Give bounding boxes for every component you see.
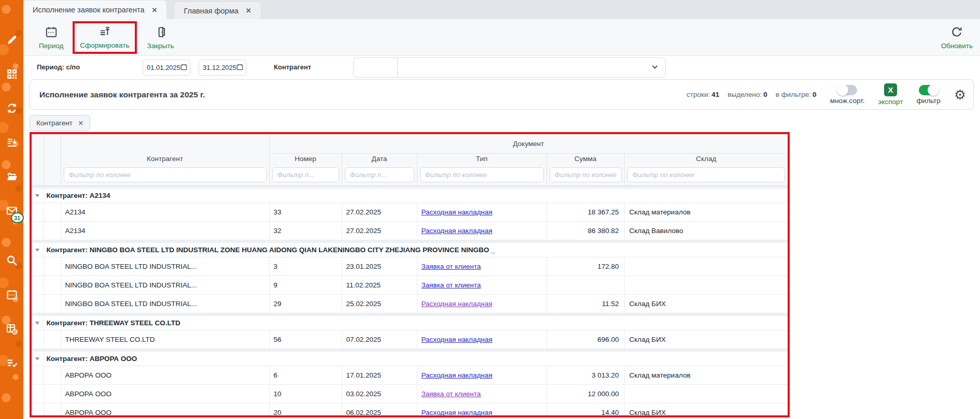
counterparty-code-input[interactable] xyxy=(357,63,395,72)
sidebar-item-table-clock[interactable] xyxy=(5,322,19,336)
sidebar-item-report-download[interactable] xyxy=(5,136,19,149)
table-row[interactable]: NINGBO BOA STEEL LTD INDUSTRIAL...2925.0… xyxy=(32,294,788,313)
calendar-icon[interactable] xyxy=(236,63,244,73)
gear-icon[interactable]: ⚙ xyxy=(954,88,966,102)
group-row[interactable]: Контрагент: A2134 xyxy=(32,189,788,203)
table-row[interactable]: АВРОРА ООО2006.02.2025Расходная накладна… xyxy=(32,403,788,417)
doc-type-link[interactable]: Расходная накладная xyxy=(422,371,493,379)
report-table-highlight: Документ Контрагент Номер Дата Тип Сумма… xyxy=(30,132,790,417)
filter-control[interactable]: фильтр xyxy=(916,85,940,105)
cell-date: 03.02.2025 xyxy=(342,384,417,403)
group-expander-cell[interactable] xyxy=(32,189,44,203)
table-row[interactable]: NINGBO BOA STEEL LTD INDUSTRIAL...911.02… xyxy=(32,276,788,294)
column-filter-amount[interactable] xyxy=(550,167,622,182)
grid-stats: строки:41 выделено:0 в фильтре:0 xyxy=(687,91,817,98)
sidebar-item-qr-code[interactable] xyxy=(5,67,19,81)
report-header-card: Исполнение заявок контрагента за 2025 г.… xyxy=(30,79,974,110)
table-row[interactable]: THREEWAY STEEL CO.LTD5607.02.2025Расходн… xyxy=(32,330,788,349)
collapse-triangle-icon[interactable] xyxy=(35,194,39,197)
cell-amount: 14.40 xyxy=(547,403,624,417)
sidebar-item-checklist[interactable] xyxy=(5,356,19,370)
tab-bar: Исполнение заявок контрагента ✕ Главная … xyxy=(23,0,980,19)
doc-type-link[interactable]: Расходная накладная xyxy=(422,227,493,235)
doc-type-link[interactable]: Расходная накладная xyxy=(422,336,493,343)
group-expander-cell[interactable] xyxy=(32,316,44,330)
date-from-field[interactable] xyxy=(143,60,190,76)
row-blank-cell xyxy=(44,276,61,294)
tab-main-form[interactable]: Главная форма ✕ xyxy=(174,2,261,19)
doc-type-link[interactable]: Заявка от клиента xyxy=(422,281,481,289)
collapse-triangle-icon[interactable] xyxy=(35,322,39,325)
close-icon[interactable]: ✕ xyxy=(78,120,83,127)
group-label: Контрагент: THREEWAY STEEL CO.LTD xyxy=(44,316,788,330)
sidebar-item-mail[interactable]: 31 xyxy=(5,204,19,218)
multisort-label: множ.сорт. xyxy=(830,97,865,105)
sidebar-item-pencil[interactable] xyxy=(5,33,19,47)
header-document-group: Документ xyxy=(269,134,788,153)
doc-type-link[interactable]: Расходная накладная xyxy=(422,409,493,416)
column-header-date[interactable]: Дата xyxy=(342,153,417,164)
table-row[interactable]: АВРОРА ООО617.01.2025Расходная накладная… xyxy=(32,366,788,384)
column-filter-date[interactable] xyxy=(345,167,414,182)
cell-type: Расходная накладная xyxy=(417,366,547,384)
table-row[interactable]: NINGBO BOA STEEL LTD INDUSTRIAL...323.01… xyxy=(32,257,788,276)
refresh-button[interactable]: Обновить xyxy=(941,25,973,50)
doc-type-link[interactable]: Заявка от клиента xyxy=(422,390,481,398)
multisort-control[interactable]: множ.сорт. xyxy=(830,85,865,105)
chevron-down-icon[interactable] xyxy=(651,63,659,73)
cell-date: 06.02.2025 xyxy=(342,403,417,417)
group-expander-cell[interactable] xyxy=(32,243,44,257)
collapse-triangle-icon[interactable] xyxy=(35,249,39,252)
row-blank-cell xyxy=(44,366,61,384)
date-to-field[interactable] xyxy=(199,60,246,76)
table-row[interactable]: АВРОРА ООО1003.02.2025Заявка от клиента1… xyxy=(32,384,788,403)
row-expander-cell xyxy=(32,366,44,384)
column-header-type[interactable]: Тип xyxy=(417,153,547,164)
export-control[interactable]: X экспорт xyxy=(878,83,903,106)
row-blank-cell xyxy=(44,257,61,276)
sidebar-item-search[interactable] xyxy=(5,254,19,267)
doc-type-link[interactable]: Расходная накладная xyxy=(422,208,493,216)
collapse-triangle-icon[interactable] xyxy=(35,357,39,360)
period-button[interactable]: Период xyxy=(39,25,63,50)
doc-type-link[interactable]: Расходная накладная xyxy=(422,300,493,308)
column-filter-number[interactable] xyxy=(272,167,339,182)
tab-execution-report[interactable]: Исполнение заявок контрагента ✕ xyxy=(23,1,166,19)
group-row[interactable]: Контрагент: NINGBO BOA STEEL LTD INDUSTR… xyxy=(32,243,788,257)
excel-export-icon[interactable]: X xyxy=(884,83,897,96)
filter-toggle[interactable] xyxy=(919,85,939,95)
counterparty-combobox[interactable] xyxy=(353,57,666,78)
close-icon[interactable]: ✕ xyxy=(246,7,251,14)
date-to-input[interactable] xyxy=(203,64,236,71)
calendar-icon[interactable] xyxy=(180,63,188,73)
checklist-icon xyxy=(6,357,18,369)
sidebar-item-sync[interactable] xyxy=(5,102,19,115)
column-header-amount[interactable]: Сумма xyxy=(547,153,624,164)
cell-warehouse xyxy=(624,276,788,294)
group-row[interactable]: Контрагент: АВРОРА ООО xyxy=(32,352,788,366)
group-row[interactable]: Контрагент: THREEWAY STEEL CO.LTD xyxy=(32,316,788,330)
counterparty-code-field[interactable] xyxy=(354,58,398,77)
group-label: Контрагент: NINGBO BOA STEEL LTD INDUSTR… xyxy=(44,243,788,257)
close-form-button[interactable]: Закрыть xyxy=(147,25,174,50)
column-filter-type[interactable] xyxy=(420,167,544,182)
date-from-input[interactable] xyxy=(147,64,180,71)
column-header-counterparty[interactable]: Контрагент xyxy=(61,153,269,164)
cell-warehouse: Склад БИХ xyxy=(624,294,788,313)
sidebar-item-calendar[interactable] xyxy=(5,288,19,301)
table-row[interactable]: A21343327.02.2025Расходная накладная18 3… xyxy=(32,203,788,221)
generate-button[interactable]: Сформировать xyxy=(80,25,129,49)
column-filter-warehouse[interactable] xyxy=(627,167,786,182)
cell-date: 27.02.2025 xyxy=(342,203,417,221)
close-icon[interactable]: ✕ xyxy=(151,7,157,13)
doc-type-link[interactable]: Заявка от клиента xyxy=(422,263,481,270)
column-header-warehouse[interactable]: Склад xyxy=(624,153,788,164)
table-row[interactable]: A21343227.02.2025Расходная накладная86 3… xyxy=(32,221,788,240)
multisort-toggle[interactable] xyxy=(837,85,857,95)
group-expander-cell[interactable] xyxy=(32,352,44,366)
counterparty-group-chip[interactable]: Контрагент ✕ xyxy=(30,115,90,131)
counterparty-select[interactable] xyxy=(398,58,665,77)
column-header-number[interactable]: Номер xyxy=(269,153,342,164)
column-filter-counterparty[interactable] xyxy=(64,167,267,182)
sidebar-item-folder-open[interactable] xyxy=(5,170,19,183)
